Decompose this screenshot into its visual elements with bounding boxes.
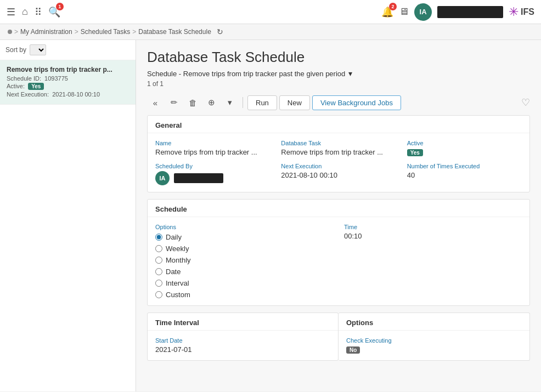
active-label: Active:: [7, 83, 25, 89]
schedule-id-label: Schedule ID:: [7, 75, 41, 82]
radio-monthly[interactable]: Monthly: [155, 256, 333, 264]
breadcrumb-database-task[interactable]: Database Task Schedule: [138, 28, 211, 36]
next-exec-value: 2021-08-10 00:10: [52, 91, 100, 98]
radio-weekly[interactable]: Weekly: [155, 245, 333, 253]
breadcrumb: > My Administration > Scheduled Tasks > …: [0, 24, 541, 40]
radio-interval-label: Interval: [166, 279, 189, 287]
next-exec-label: Next Execution:: [7, 91, 49, 98]
list-item[interactable]: Remove trips from trip tracker p... Sche…: [0, 60, 136, 105]
toolbar-separator: [243, 97, 243, 108]
active-field-value: Yes: [407, 148, 522, 156]
topnav: ☰ ⌂ ⠿ 🔍 1 🔔 2 🖥 IA ✳ IFS: [0, 0, 541, 24]
bc-dot-icon: [8, 30, 12, 34]
grid-icon[interactable]: ⠿: [35, 6, 42, 18]
radio-custom-label: Custom: [166, 291, 190, 299]
logo-text: IFS: [521, 7, 534, 17]
database-task-label: Database Task: [281, 140, 396, 146]
scheduled-by-row: IA: [155, 171, 270, 185]
sort-by-label: Sort by: [5, 46, 26, 54]
time-value: 00:10: [344, 232, 522, 240]
start-date-value: 2021-07-01: [155, 345, 330, 354]
monitor-icon[interactable]: 🖥: [399, 6, 409, 18]
bell-badge: 2: [389, 3, 397, 10]
content-area: Database Task Schedule Schedule - Remove…: [136, 40, 541, 391]
check-executing-value: No: [346, 345, 522, 354]
main-layout: Sort by Remove trips from trip tracker p…: [0, 40, 541, 391]
search-badge: 1: [56, 3, 64, 10]
schedule-subtitle: Schedule - Remove trips from trip tracke…: [147, 69, 530, 78]
general-card-body: Name Remove trips from trip tracker ... …: [148, 133, 529, 192]
breadcrumb-my-admin[interactable]: My Administration: [20, 28, 72, 36]
logo-star-icon: ✳: [509, 5, 519, 19]
delete-button[interactable]: 🗑: [184, 94, 201, 111]
page-title: Database Task Schedule: [147, 49, 530, 66]
new-button[interactable]: New: [279, 95, 310, 110]
edit-button[interactable]: ✏: [166, 94, 182, 111]
user-avatar[interactable]: IA: [414, 3, 432, 21]
next-execution-value: 2021-08-10 00:10: [281, 171, 396, 179]
bell-wrap: 🔔 2: [381, 6, 393, 18]
scheduled-by-avatar: IA: [155, 171, 170, 185]
scheduled-by-label: Scheduled By: [155, 163, 270, 169]
check-executing-label: Check Executing: [346, 337, 522, 344]
run-button[interactable]: Run: [247, 95, 277, 110]
time-label: Time: [344, 224, 522, 230]
next-execution-field: Next Execution 2021-08-10 00:10: [281, 163, 396, 185]
more-actions-button[interactable]: ▾: [222, 94, 238, 111]
back-first-button[interactable]: «: [147, 94, 164, 111]
refresh-icon[interactable]: ↻: [217, 27, 223, 36]
favorite-icon[interactable]: ♡: [521, 96, 530, 109]
start-date-label: Start Date: [155, 337, 330, 344]
breadcrumb-scheduled-tasks[interactable]: Scheduled Tasks: [81, 28, 131, 36]
database-task-value: Remove trips from trip tracker ...: [281, 148, 396, 156]
subtitle-dropdown-icon[interactable]: ▾: [348, 69, 352, 78]
options-section-body: Check Executing No: [339, 331, 529, 360]
bottom-cards: Time Interval Start Date 2021-07-01 Opti…: [147, 313, 530, 361]
num-times-field: Number of Times Executed 40: [407, 163, 522, 185]
schedule-card-body: Options Daily Weekly: [148, 217, 529, 305]
copy-button[interactable]: ⊕: [203, 94, 219, 111]
options-section-card: Options Check Executing No: [339, 313, 530, 361]
sidebar-header: Sort by: [0, 40, 136, 60]
general-field-grid-2: Scheduled By IA Next Execution 2021-08-1…: [155, 163, 522, 185]
sidebar-list: Sort by Remove trips from trip tracker p…: [0, 40, 136, 391]
radio-monthly-label: Monthly: [166, 256, 191, 264]
subtitle-text: Schedule - Remove trips from trip tracke…: [147, 70, 345, 78]
database-task-field: Database Task Remove trips from trip tra…: [281, 140, 396, 156]
breadcrumb-sep-1: >: [75, 28, 78, 36]
time-interval-title: Time Interval: [148, 313, 338, 331]
radio-custom[interactable]: Custom: [155, 291, 333, 299]
list-item-next-exec-row: Next Execution: 2021-08-10 00:10: [7, 91, 129, 98]
search-bell-wrap: 🔍 1: [48, 6, 60, 18]
view-background-jobs-button[interactable]: View Background Jobs: [312, 95, 401, 110]
radio-interval[interactable]: Interval: [155, 279, 333, 287]
home-icon[interactable]: ⌂: [22, 6, 28, 18]
sort-by-select[interactable]: [30, 44, 46, 55]
general-field-grid: Name Remove trips from trip tracker ... …: [155, 140, 522, 156]
radio-weekly-label: Weekly: [166, 245, 189, 253]
active-badge: Yes: [28, 83, 44, 90]
list-item-schedule-id-row: Schedule ID: 1093775: [7, 75, 129, 82]
radio-date-label: Date: [166, 268, 181, 276]
active-field-label: Active: [407, 140, 522, 146]
scheduled-by-field: Scheduled By IA: [155, 163, 270, 185]
menu-icon[interactable]: ☰: [7, 6, 15, 18]
options-label: Options: [155, 224, 333, 230]
name-field: Name Remove trips from trip tracker ...: [155, 140, 270, 156]
record-count: 1 of 1: [147, 80, 530, 88]
schedule-grid: Options Daily Weekly: [155, 224, 522, 299]
radio-daily[interactable]: Daily: [155, 233, 333, 241]
time-interval-card: Time Interval Start Date 2021-07-01: [147, 313, 339, 361]
user-name-box: [437, 6, 503, 18]
schedule-id-value: 1093775: [44, 75, 68, 82]
breadcrumb-sep-2: >: [132, 28, 136, 36]
content-header: Database Task Schedule Schedule - Remove…: [136, 40, 541, 90]
check-executing-badge: No: [346, 346, 360, 354]
active-yes-badge: Yes: [407, 149, 423, 156]
schedule-card-title: Schedule: [148, 200, 529, 217]
radio-date[interactable]: Date: [155, 268, 333, 276]
options-section-title: Options: [339, 313, 529, 331]
toolbar: « ✏ 🗑 ⊕ ▾ Run New View Background Jobs ♡: [136, 90, 541, 115]
radio-daily-label: Daily: [166, 233, 182, 241]
list-item-active-row: Active: Yes: [7, 83, 129, 90]
